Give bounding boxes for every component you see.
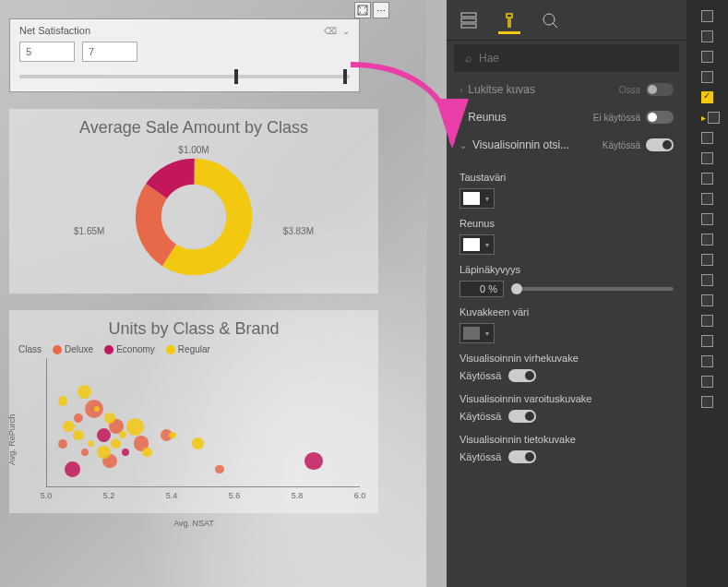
donut-label-right: $3.83M: [283, 226, 314, 236]
strip-item[interactable]: [686, 66, 728, 87]
net-satisfaction-slicer[interactable]: Net Satisfaction ⌫ ⌄: [9, 18, 360, 92]
toggle-visual-header[interactable]: [646, 138, 674, 151]
error-icon-state: Käytössä: [459, 370, 501, 381]
toggle-lock[interactable]: [646, 83, 674, 96]
legend-dot-deluxe: [53, 345, 62, 354]
report-canvas[interactable]: ⋯ Net Satisfaction ⌫ ⌄ Average Sale Amou…: [0, 0, 426, 587]
strip-item[interactable]: [686, 351, 728, 371]
slicer-from-input[interactable]: [19, 42, 75, 62]
clear-icon[interactable]: ⌫: [324, 26, 337, 36]
info-icon-state: Käytössä: [459, 451, 501, 462]
strip-item[interactable]: ▸: [686, 107, 728, 127]
search-input[interactable]: [479, 52, 668, 65]
search-row[interactable]: ⌕: [454, 44, 679, 72]
slicer-title-text: Net Satisfaction: [19, 25, 90, 36]
legend-label: Class: [18, 344, 42, 354]
more-options-icon[interactable]: ⋯: [373, 2, 389, 18]
chevron-down-icon[interactable]: ⌄: [342, 26, 350, 36]
scatter-plot-area: [46, 358, 360, 487]
selection-strip: ▸: [686, 0, 728, 587]
chevron-down-icon: ▾: [483, 329, 491, 338]
scatter-title: Units by Class & Brand: [9, 310, 378, 344]
info-icon-label: Visualisoinnin tietokuvake: [459, 434, 674, 445]
fields-tab[interactable]: [458, 9, 480, 31]
svg-rect-5: [461, 18, 476, 22]
toggle-error-icon[interactable]: [508, 369, 536, 382]
strip-item[interactable]: [686, 127, 728, 148]
donut-title: Average Sale Amount by Class: [9, 109, 378, 143]
strip-item[interactable]: [686, 249, 728, 270]
visual-header-icons: ⋯: [354, 2, 389, 18]
toggle-warning-icon[interactable]: [508, 410, 536, 423]
search-icon: ⌕: [465, 52, 471, 65]
strip-item[interactable]: [686, 229, 728, 249]
border-color-picker[interactable]: ▾: [459, 234, 495, 255]
format-panel: ⌕ ›Lukitse kuvas Ossa ›Reunus Ei käytöss…: [447, 0, 686, 587]
opacity-value-box[interactable]: 0 %: [459, 281, 504, 297]
toggle-border[interactable]: [646, 111, 674, 124]
chevron-down-icon: ▾: [483, 241, 491, 249]
icon-color-label: Kuvakkeen väri: [459, 306, 674, 317]
svg-rect-6: [461, 24, 476, 28]
border-color-swatch: [463, 238, 480, 251]
warning-icon-state: Käytössä: [459, 411, 501, 422]
visual-header-subprops: Taustaväri ▾ Reunus ▾ Läpinäkyvyys 0 % K…: [447, 159, 686, 482]
strip-item[interactable]: [686, 148, 728, 168]
opacity-slider[interactable]: [511, 287, 674, 291]
strip-item[interactable]: [686, 188, 728, 209]
icon-color-picker[interactable]: ▾: [459, 323, 495, 343]
strip-item[interactable]: [686, 168, 728, 188]
strip-item[interactable]: [686, 6, 728, 26]
x-axis-label: Avg. NSAT: [9, 519, 378, 528]
toggle-info-icon[interactable]: [508, 450, 536, 463]
chevron-down-icon: ▾: [483, 195, 491, 203]
chevron-down-icon: ⌄: [459, 140, 467, 150]
format-tab[interactable]: [498, 12, 520, 34]
strip-item[interactable]: [686, 87, 728, 107]
svg-rect-4: [461, 13, 476, 17]
slicer-to-input[interactable]: [82, 42, 137, 62]
warning-icon-label: Visualisoinnin varoituskuvake: [459, 393, 674, 404]
bg-color-label: Taustaväri: [459, 172, 674, 183]
chevron-right-icon: ›: [459, 113, 462, 123]
error-icon-label: Visualisoinnin virhekuvake: [459, 353, 674, 364]
strip-item[interactable]: [686, 26, 728, 46]
bg-color-picker[interactable]: ▾: [459, 188, 495, 209]
slicer-track[interactable]: [19, 75, 350, 78]
border-color-label: Reunus: [459, 218, 674, 229]
slicer-thumb-right[interactable]: [343, 69, 347, 84]
svg-line-8: [553, 23, 557, 28]
panel-tabs: [447, 0, 686, 41]
strip-item[interactable]: [686, 391, 728, 412]
strip-item[interactable]: [686, 371, 728, 391]
focus-mode-icon[interactable]: [354, 2, 371, 18]
scatter-chart-tile[interactable]: Units by Class & Brand Class Deluxe Econ…: [9, 310, 378, 513]
legend-dot-economy: [104, 345, 113, 354]
strip-item[interactable]: [686, 270, 728, 290]
strip-item[interactable]: [686, 46, 728, 66]
y-axis-label: Avg. RePurch: [7, 413, 17, 464]
strip-item[interactable]: [686, 330, 728, 351]
bg-color-swatch: [463, 192, 480, 205]
prop-lock-aspect[interactable]: ›Lukitse kuvas Ossa: [447, 76, 686, 103]
donut-chart-tile[interactable]: Average Sale Amount by Class $1.00M $1.6…: [9, 109, 378, 294]
slicer-thumb-left[interactable]: [234, 69, 238, 84]
scatter-legend: Class Deluxe Economy Regular: [9, 344, 378, 358]
prop-visual-header[interactable]: ⌄Visualisoinnin otsi... Käytössä: [447, 131, 686, 159]
strip-item[interactable]: [686, 290, 728, 310]
donut-chart: $1.00M $1.65M $3.83M: [9, 143, 378, 291]
donut-label-left: $1.65M: [74, 226, 104, 236]
opacity-thumb[interactable]: [511, 283, 522, 294]
chevron-right-icon: ›: [459, 85, 462, 95]
analytics-tab[interactable]: [539, 9, 561, 31]
strip-item[interactable]: [686, 310, 728, 330]
icon-color-swatch: [463, 327, 480, 340]
opacity-label: Läpinäkyvyys: [459, 264, 674, 275]
strip-item[interactable]: [686, 209, 728, 229]
prop-border[interactable]: ›Reunus Ei käytössä: [447, 103, 686, 131]
donut-label-top: $1.00M: [178, 145, 209, 155]
legend-dot-regular: [166, 345, 175, 354]
